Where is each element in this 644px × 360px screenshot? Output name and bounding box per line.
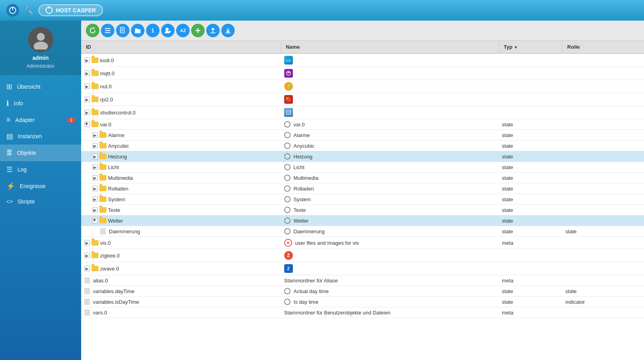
sidebar-item-label: Ereignisse	[20, 183, 46, 189]
sidebar-item-instanzen[interactable]: ▤ Instanzen	[0, 128, 81, 145]
sidebar-item-label: Instanzen	[18, 133, 42, 139]
expand-button[interactable]: ▶	[92, 218, 98, 223]
table-row[interactable]: Daemmerung Daemmerung state state	[81, 226, 644, 237]
table-row[interactable]: ▶ Wetter Wetter state	[81, 215, 644, 226]
table-row[interactable]: ▶ Licht Licht state	[81, 162, 644, 173]
row-id: Licht	[108, 164, 119, 170]
doc-icon	[84, 277, 90, 284]
toolbar: 1 AZ	[81, 21, 644, 41]
expand-button[interactable]: ▶	[84, 253, 90, 258]
expand-button[interactable]: ▶	[84, 240, 90, 246]
row-id: rpi2.0	[100, 97, 113, 103]
sort-button[interactable]: AZ	[176, 24, 190, 37]
host-button[interactable]: HOST CASPER	[38, 4, 103, 16]
folder-icon	[91, 122, 99, 127]
expand-button[interactable]: ▶	[84, 84, 90, 89]
table-row[interactable]: ▶ zwave.0 Z	[81, 262, 644, 275]
table-row[interactable]: ▶ nut.0 🔋	[81, 80, 644, 93]
list-view-button[interactable]	[101, 24, 114, 37]
table-row[interactable]: ▶ mqtt.0	[81, 67, 644, 80]
expand-button[interactable]: ▶	[84, 110, 90, 115]
ereignisse-icon: ⚡	[6, 182, 15, 190]
table-row[interactable]: variables.isDayTime Is day time state in…	[81, 297, 644, 307]
folder-icon	[91, 84, 99, 89]
table-row[interactable]: ▶ Multimedia Multimedia state	[81, 173, 644, 183]
folder-icon	[91, 70, 99, 76]
settings-icon[interactable]: 🔧	[24, 6, 34, 15]
state-icon	[284, 132, 291, 138]
table-row[interactable]: ▶ vis.0 user files and images for vis	[81, 237, 644, 249]
table-row[interactable]: ▶ Heizung Heizung state	[81, 151, 644, 162]
table-row[interactable]: ▶ Texte Texte state	[81, 205, 644, 215]
row-id: System	[108, 196, 125, 202]
upload-button[interactable]	[206, 24, 220, 37]
refresh-button[interactable]	[86, 24, 99, 37]
row-typ: state	[499, 173, 562, 183]
number-icon: 1	[151, 27, 154, 34]
expand-button[interactable]: ▶	[92, 196, 98, 202]
table-row[interactable]: ▶ shuttercontrol.0	[81, 106, 644, 119]
sidebar-item-adapter[interactable]: ≡ Adapter 1	[0, 112, 81, 128]
folder-icon	[99, 154, 106, 159]
expand-button[interactable]: ▶	[84, 97, 90, 102]
user-name: admin	[32, 55, 49, 61]
sidebar-item-uebersicht[interactable]: ⊞ Übersicht	[0, 78, 81, 95]
row-name: var.0	[294, 122, 305, 128]
expand-button[interactable]: ▶	[92, 207, 98, 213]
expand-button[interactable]: ▶	[92, 186, 98, 191]
expand-button[interactable]: ▶	[92, 143, 98, 149]
table-row[interactable]: ▶ kodi.0 KODI	[81, 53, 644, 67]
folder-button[interactable]	[131, 24, 144, 37]
row-typ: meta	[499, 275, 562, 286]
sidebar-item-log[interactable]: ☰ Log	[0, 161, 81, 178]
svg-text:🔋: 🔋	[287, 84, 291, 89]
number-button[interactable]: 1	[146, 24, 160, 37]
row-name: Actual day time	[294, 288, 329, 294]
expand-button[interactable]: ▶	[84, 70, 90, 76]
row-rolle: indicator	[562, 297, 644, 307]
state-icon	[284, 196, 291, 202]
table-row[interactable]: vars.0 Stammordner für Benutzerobjekte u…	[81, 307, 644, 318]
sidebar-item-label: Skripte	[17, 198, 35, 205]
folder-icon	[99, 186, 106, 191]
sidebar-item-objekte[interactable]: ≣ Objekte	[0, 145, 81, 161]
expand-button[interactable]: ▶	[92, 132, 98, 138]
nut-icon: 🔋	[284, 82, 293, 91]
user-add-button[interactable]	[161, 24, 175, 37]
expand-button[interactable]: ▶	[84, 122, 90, 127]
doc-button[interactable]	[116, 24, 129, 37]
table-row[interactable]: ▶ Anycubic Anycubic state	[81, 141, 644, 151]
row-name: Daemmerung	[294, 229, 325, 234]
svg-text:KODI: KODI	[286, 59, 291, 62]
expand-button[interactable]: ▶	[92, 164, 98, 170]
table-row[interactable]: ▶ System System state	[81, 194, 644, 205]
sidebar-item-ereignisse[interactable]: ⚡ Ereignisse	[0, 178, 81, 194]
state-icon	[284, 228, 291, 234]
row-id: variables.isDayTime	[93, 299, 139, 305]
table-row[interactable]: ▶ rpi2.0 🍓	[81, 93, 644, 106]
table-row[interactable]: ▶ zigbee.0 Z	[81, 249, 644, 262]
download-button[interactable]	[221, 24, 235, 37]
col-header-typ[interactable]: Typ ▼	[499, 41, 562, 53]
top-header: 🔧 HOST CASPER	[0, 0, 644, 21]
sidebar-item-info[interactable]: ℹ Info	[0, 95, 81, 112]
table-row[interactable]: variables.dayTime Actual day time state …	[81, 286, 644, 297]
sidebar-item-skripte[interactable]: <> Skripte	[0, 194, 81, 209]
table-row[interactable]: ▶ Alarme Alarme state	[81, 130, 644, 141]
expand-button[interactable]: ▶	[92, 154, 98, 159]
table-row[interactable]: ▶ Rolladen Rolladen state	[81, 183, 644, 194]
expand-button[interactable]: ▶	[84, 57, 90, 63]
row-id: Multimedia	[108, 175, 133, 181]
table-row[interactable]: alias.0 Stammordner für Aliase meta	[81, 275, 644, 286]
row-id: nut.0	[100, 84, 112, 90]
add-button[interactable]	[191, 24, 205, 37]
table-row[interactable]: ▶ var.0 var.0 state	[81, 119, 644, 130]
app-logo	[6, 4, 19, 17]
expand-button[interactable]: ▶	[84, 266, 90, 271]
row-typ: meta	[499, 237, 562, 249]
folder-icon	[99, 132, 106, 138]
folder-icon	[99, 143, 106, 149]
doc-icon	[84, 309, 90, 316]
expand-button[interactable]: ▶	[92, 175, 98, 181]
col-header-id: ID	[81, 41, 281, 53]
